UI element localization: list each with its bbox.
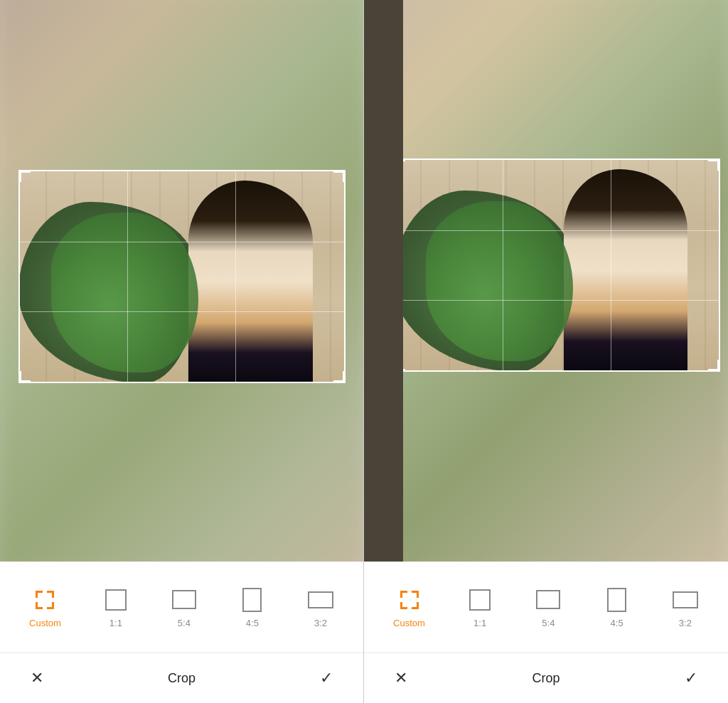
- left-3-2-label: 3:2: [314, 618, 327, 628]
- svg-rect-1: [36, 591, 38, 598]
- svg-rect-7: [52, 602, 54, 609]
- right-image-area: [364, 0, 728, 562]
- right-4-5-label: 4:5: [611, 618, 623, 628]
- right-action-bar: ✕ Crop ✓: [364, 653, 728, 703]
- right-grid-h2: [395, 300, 719, 301]
- left-5-4-square: [172, 590, 196, 609]
- left-grid-v2: [235, 171, 236, 382]
- right-corner-br[interactable]: [708, 360, 719, 371]
- left-confirm-button[interactable]: ✓: [311, 662, 342, 694]
- left-custom-label: Custom: [29, 618, 61, 628]
- right-dark-strip: [364, 0, 403, 562]
- left-corner-br[interactable]: [333, 371, 345, 382]
- right-crop-options: Custom 1:1 5:4 4:5: [364, 562, 728, 653]
- right-custom-icon: [396, 586, 423, 613]
- right-crop-overlay[interactable]: [393, 159, 720, 372]
- right-photo-frame: [393, 159, 720, 372]
- left-corner-tl[interactable]: [19, 171, 31, 182]
- left-bottom-bar: Custom 1:1 5:4 4:5: [0, 562, 363, 703]
- left-5-4-label: 5:4: [178, 618, 191, 628]
- left-1-1-icon: [102, 586, 129, 613]
- right-crop-custom[interactable]: Custom: [389, 581, 429, 634]
- right-3-2-square: [673, 591, 698, 608]
- left-photo-frame: [18, 170, 346, 383]
- right-grid-h1: [395, 230, 719, 231]
- svg-rect-5: [36, 602, 38, 609]
- right-grid-v1: [503, 160, 503, 370]
- right-confirm-button[interactable]: ✓: [675, 662, 707, 694]
- right-crop-5-4[interactable]: 5:4: [530, 581, 566, 634]
- left-crop-3-2[interactable]: 3:2: [303, 581, 338, 634]
- left-4-5-icon: [239, 586, 266, 613]
- right-crop-3-2[interactable]: 3:2: [668, 581, 703, 634]
- right-1-1-icon: [466, 586, 493, 613]
- left-action-bar: ✕ Crop ✓: [0, 653, 363, 703]
- left-3-2-icon: [307, 586, 334, 613]
- left-photo-container[interactable]: [18, 170, 346, 383]
- right-crop-4-5[interactable]: 4:5: [599, 581, 635, 634]
- right-5-4-icon: [535, 586, 562, 613]
- right-custom-label: Custom: [393, 618, 425, 628]
- right-4-5-square: [607, 588, 626, 612]
- svg-rect-15: [417, 602, 419, 609]
- right-4-5-icon: [604, 586, 631, 613]
- right-grid-v2: [611, 160, 611, 370]
- right-5-4-label: 5:4: [542, 618, 555, 628]
- right-crop-label: Crop: [532, 671, 560, 686]
- right-photo-container[interactable]: [393, 159, 720, 372]
- svg-rect-3: [52, 591, 54, 598]
- left-corner-bl[interactable]: [19, 371, 31, 382]
- left-crop-5-4[interactable]: 5:4: [166, 581, 202, 634]
- left-crop-4-5[interactable]: 4:5: [235, 581, 270, 634]
- left-4-5-square: [242, 588, 262, 612]
- left-crop-options: Custom 1:1 5:4 4:5: [0, 562, 363, 653]
- right-3-2-label: 3:2: [679, 618, 692, 628]
- left-4-5-label: 4:5: [246, 618, 259, 628]
- left-grid-v1: [127, 171, 128, 382]
- right-cancel-button[interactable]: ✕: [385, 662, 417, 694]
- right-panel: Custom 1:1 5:4 4:5: [364, 0, 728, 703]
- left-grid-h2: [20, 311, 344, 312]
- left-crop-1-1[interactable]: 1:1: [98, 581, 134, 634]
- svg-rect-13: [400, 602, 402, 609]
- left-1-1-label: 1:1: [109, 618, 122, 628]
- left-panel: Custom 1:1 5:4 4:5: [0, 0, 364, 703]
- svg-rect-9: [400, 591, 402, 598]
- right-corner-tr[interactable]: [708, 159, 719, 171]
- right-1-1-label: 1:1: [473, 618, 486, 628]
- left-custom-icon: [31, 586, 58, 613]
- right-crop-1-1[interactable]: 1:1: [462, 581, 498, 634]
- left-crop-overlay[interactable]: [18, 170, 346, 383]
- left-crop-label: Crop: [168, 671, 196, 686]
- left-1-1-square: [105, 589, 127, 611]
- right-bottom-bar: Custom 1:1 5:4 4:5: [364, 562, 728, 703]
- left-image-area: [0, 0, 363, 562]
- right-5-4-square: [536, 590, 560, 609]
- left-corner-tr[interactable]: [333, 171, 345, 182]
- left-crop-custom[interactable]: Custom: [25, 581, 65, 634]
- left-3-2-square: [308, 591, 333, 608]
- left-5-4-icon: [171, 586, 198, 613]
- right-3-2-icon: [672, 586, 699, 613]
- left-grid-h1: [20, 242, 344, 242]
- svg-rect-11: [417, 591, 419, 598]
- right-1-1-square: [469, 589, 491, 611]
- left-cancel-button[interactable]: ✕: [21, 662, 53, 694]
